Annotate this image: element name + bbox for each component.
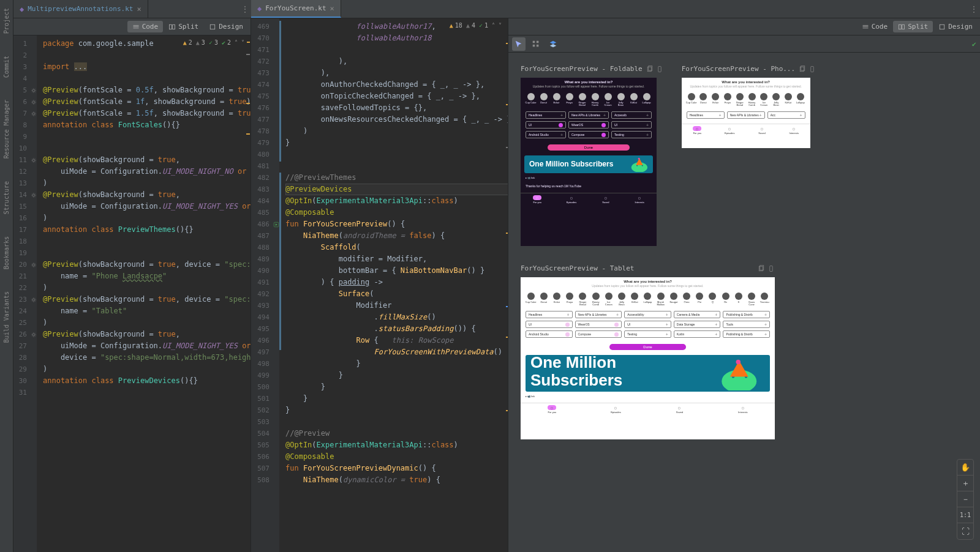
view-code[interactable]: Code xyxy=(127,21,164,32)
copy-icon[interactable] xyxy=(646,65,654,73)
preview-surface[interactable]: ForYouScreenPreview - Foldable What are … xyxy=(508,53,980,552)
preview-canvas[interactable]: What are you interested in? Updates from… xyxy=(521,277,775,439)
tabs-more-icon[interactable]: ⋮ xyxy=(968,0,980,18)
view-design[interactable]: Design xyxy=(933,21,978,32)
code[interactable]: follwableAuthor17, follwableAuthor18 ), … xyxy=(279,18,508,552)
copy-icon[interactable] xyxy=(758,265,765,272)
close-icon[interactable]: × xyxy=(137,5,141,13)
view-split[interactable]: Split xyxy=(164,21,203,32)
gutter-icons xyxy=(273,18,279,552)
tool-window-bar-left: Project Commit Resource Manager Structur… xyxy=(0,0,13,552)
tab-label: ForYouScreen.kt xyxy=(265,4,326,12)
gutter-icons xyxy=(31,35,37,552)
svg-point-7 xyxy=(32,194,35,196)
svg-point-26 xyxy=(638,158,640,160)
svg-rect-16 xyxy=(537,40,539,43)
editor-left: Code Split Design 1234567891011121314151… xyxy=(13,18,251,552)
svg-rect-1 xyxy=(173,24,175,29)
device-icon[interactable] xyxy=(809,65,816,73)
svg-rect-17 xyxy=(533,44,535,47)
copy-icon[interactable] xyxy=(799,65,806,73)
device-icon[interactable] xyxy=(767,265,775,272)
tab-foryouscreen[interactable]: ◆ ForYouScreen.kt × xyxy=(251,0,341,18)
svg-point-37 xyxy=(736,360,741,365)
preview-title: ForYouScreenPreview - Tablet xyxy=(521,264,634,272)
preview-canvas[interactable]: What are you interested in? Updates from… xyxy=(521,78,657,246)
toolbar-grid-icon[interactable] xyxy=(529,37,543,51)
svg-rect-18 xyxy=(537,44,539,47)
editor-middle: 4694704714724734744754764774784794804814… xyxy=(251,18,508,552)
zoom-11-button[interactable]: 1:1 xyxy=(957,507,973,523)
kotlin-file-icon: ◆ xyxy=(20,5,24,13)
svg-point-8 xyxy=(32,264,35,266)
code[interactable]: package com.google.sample import ... @Pr… xyxy=(37,35,251,552)
svg-rect-29 xyxy=(811,66,814,72)
status-ok-icon: ✔ xyxy=(972,40,976,48)
zoom-out-button[interactable]: － xyxy=(957,491,973,507)
preview-item-phone: ForYouScreenPreview - Pho... What are yo… xyxy=(682,65,816,246)
toolbar-pan-icon[interactable] xyxy=(512,37,526,51)
svg-rect-14 xyxy=(940,24,945,29)
tab-label: MultipreviewAnnotations.kt xyxy=(28,5,133,13)
tabs-more-icon[interactable]: ⋮ xyxy=(239,0,251,18)
svg-rect-13 xyxy=(902,24,905,29)
code-area-left[interactable]: 1234567891011121314151617181920212223242… xyxy=(13,35,251,552)
tool-structure[interactable]: Structure xyxy=(3,176,10,219)
view-code[interactable]: Code xyxy=(857,21,893,32)
tool-build-variants[interactable]: Build Variants xyxy=(3,286,10,348)
svg-point-10 xyxy=(32,334,35,336)
inspections-widget[interactable]: ▲2 ▲3 ✓3 ✔2 ˄˅ xyxy=(181,38,247,47)
preview-canvas[interactable]: What are you interested in? Updates from… xyxy=(682,78,810,148)
device-icon[interactable] xyxy=(656,65,663,73)
svg-rect-15 xyxy=(533,40,535,43)
tab-multipreview[interactable]: ◆ MultipreviewAnnotations.kt × xyxy=(13,0,148,18)
kotlin-file-icon: ◆ xyxy=(257,4,262,13)
zoom-controls: ✋ ＋ － 1:1 ⛶ xyxy=(957,459,974,540)
preview-title: ForYouScreenPreview - Foldable xyxy=(521,65,643,73)
view-split[interactable]: Split xyxy=(893,21,933,32)
zoom-in-button[interactable]: ＋ xyxy=(957,476,973,491)
view-switch-left: Code Split Design xyxy=(13,18,251,35)
close-icon[interactable]: × xyxy=(330,4,334,13)
code-area-middle[interactable]: 4694704714724734744754764774784794804814… xyxy=(251,18,508,552)
svg-point-3 xyxy=(32,89,35,92)
preview-item-foldable: ForYouScreenPreview - Foldable What are … xyxy=(521,65,663,246)
toolbar-layers-icon[interactable] xyxy=(546,37,560,51)
inspections-widget[interactable]: ▲18 ▲4 ✓1 ˄˅ xyxy=(447,21,504,30)
tool-bookmarks[interactable]: Bookmarks xyxy=(3,231,10,274)
tool-project[interactable]: Project xyxy=(3,3,10,39)
preview-title: ForYouScreenPreview - Pho... xyxy=(682,65,795,73)
editor-tabs-row: ◆ MultipreviewAnnotations.kt × ⋮ ◆ ForYo… xyxy=(13,0,980,18)
zoom-fit-button[interactable]: ⛶ xyxy=(957,523,973,539)
pan-hand-icon[interactable]: ✋ xyxy=(957,460,973,476)
svg-rect-12 xyxy=(899,24,902,29)
gutter: 4694704714724734744754764774784794804814… xyxy=(251,18,273,552)
svg-point-6 xyxy=(32,159,35,162)
preview-item-tablet: ForYouScreenPreview - Tablet What are yo… xyxy=(521,264,968,439)
gutter: 1234567891011121314151617181920212223242… xyxy=(13,35,31,552)
svg-point-5 xyxy=(32,113,35,115)
tool-commit[interactable]: Commit xyxy=(3,51,10,83)
tool-resource-manager[interactable]: Resource Manager xyxy=(3,95,10,163)
svg-rect-0 xyxy=(170,24,172,29)
view-design[interactable]: Design xyxy=(204,21,248,32)
svg-rect-32 xyxy=(770,266,773,271)
preview-toolbar: ✔ xyxy=(508,35,980,53)
svg-rect-2 xyxy=(211,24,216,29)
preview-pane: Code Split Design ✔ ForYouScreenPreview … xyxy=(508,18,980,552)
svg-point-9 xyxy=(32,299,35,301)
view-switch-right: Code Split Design xyxy=(508,18,980,35)
svg-rect-21 xyxy=(658,66,661,72)
svg-point-4 xyxy=(32,101,35,103)
